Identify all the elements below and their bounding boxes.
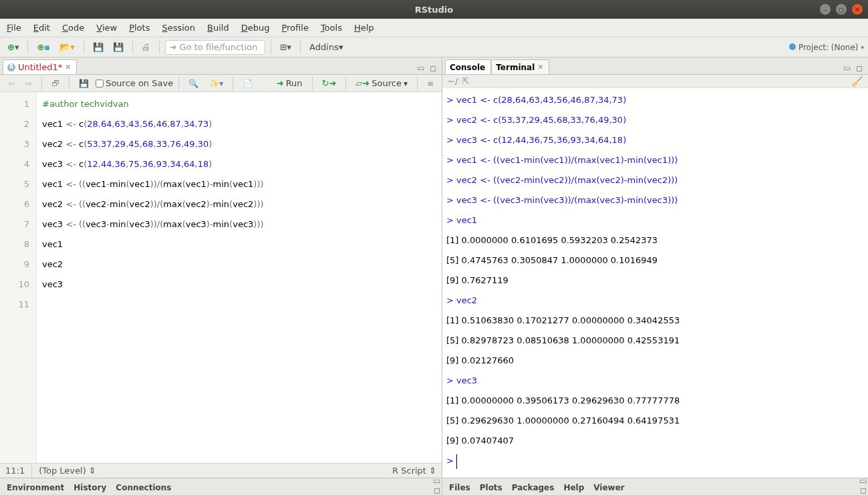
r-file-icon: R bbox=[7, 63, 15, 71]
goto-file-input[interactable]: ➜ Go to file/function bbox=[165, 40, 265, 55]
menubar: FileEditCodeViewPlotsSessionBuildDebugPr… bbox=[0, 19, 868, 37]
print-button[interactable]: 🖨 bbox=[138, 40, 154, 55]
new-file-button[interactable]: ⊕▾ bbox=[4, 40, 22, 55]
minimize-pane-icon[interactable]: ▭ bbox=[432, 476, 442, 486]
close-icon[interactable]: ✕ bbox=[852, 4, 863, 15]
rerun-button[interactable]: ↻➜ bbox=[318, 77, 341, 90]
report-button[interactable]: 📄 bbox=[239, 77, 257, 90]
save-source-button[interactable]: 💾 bbox=[75, 77, 93, 90]
tab-untitled1[interactable]: R Untitled1* ✕ bbox=[3, 59, 77, 74]
maximize-pane-icon[interactable]: ◻ bbox=[428, 63, 438, 73]
tab-viewer[interactable]: Viewer bbox=[589, 480, 629, 495]
tab-files[interactable]: Files bbox=[445, 480, 476, 495]
cursor-position: 11:1 bbox=[5, 466, 25, 476]
minimize-pane-icon[interactable]: ▭ bbox=[843, 63, 852, 73]
scope-label[interactable]: (Top Level) ⇕ bbox=[39, 466, 96, 476]
maximize-icon[interactable]: ◻ bbox=[836, 4, 847, 15]
tab-connections[interactable]: Connections bbox=[112, 480, 176, 495]
console-tabstrip: ConsoleTerminal ✕ ▭ ◻ bbox=[442, 57, 868, 75]
run-button[interactable]: ➜Run bbox=[273, 77, 307, 90]
menu-edit[interactable]: Edit bbox=[33, 23, 50, 33]
find-button[interactable]: 🔍 bbox=[184, 77, 202, 90]
menu-session[interactable]: Session bbox=[162, 23, 195, 33]
main-toolbar: ⊕▾ ⊕▪ 📂▾ 💾 💾 🖨 ➜ Go to file/function ⊞▾ … bbox=[0, 37, 868, 57]
tab-help[interactable]: Help bbox=[559, 480, 589, 495]
save-button[interactable]: 💾 bbox=[90, 40, 107, 55]
menu-code[interactable]: Code bbox=[62, 23, 84, 33]
code-editor[interactable]: 1234567891011 #author techvidvanvec1 <- … bbox=[0, 92, 442, 463]
bottom-left-tabs: EnvironmentHistoryConnections ▭ ◻ bbox=[0, 478, 442, 495]
menu-build[interactable]: Build bbox=[207, 23, 229, 33]
window-title: RStudio bbox=[0, 5, 868, 15]
menu-debug[interactable]: Debug bbox=[241, 23, 270, 33]
close-tab-icon[interactable]: ✕ bbox=[537, 63, 543, 71]
script-type[interactable]: R Script ⇕ bbox=[392, 466, 436, 476]
outline-button[interactable]: ≡ bbox=[423, 77, 438, 90]
menu-plots[interactable]: Plots bbox=[129, 23, 150, 33]
grid-button[interactable]: ⊞▾ bbox=[277, 40, 295, 55]
open-file-button[interactable]: 📂▾ bbox=[56, 40, 78, 55]
source-on-save-checkbox[interactable]: Source on Save bbox=[96, 78, 173, 88]
tab-environment[interactable]: Environment bbox=[3, 480, 69, 495]
menu-view[interactable]: View bbox=[96, 23, 117, 33]
minimize-pane-icon[interactable]: ▭ bbox=[416, 63, 426, 73]
project-label[interactable]: Project: (None) bbox=[799, 43, 859, 52]
maximize-pane-icon[interactable]: ◻ bbox=[855, 63, 864, 73]
minimize-icon[interactable]: ‒ bbox=[820, 4, 831, 15]
wand-button[interactable]: ✨▾ bbox=[205, 77, 227, 90]
menu-help[interactable]: Help bbox=[354, 23, 374, 33]
titlebar: RStudio ‒ ◻ ✕ bbox=[0, 0, 868, 19]
back-button[interactable]: ⇦ bbox=[4, 77, 19, 90]
r-logo-icon bbox=[789, 42, 796, 52]
show-in-new-window-button[interactable]: 🗗 bbox=[47, 77, 63, 90]
save-all-button[interactable]: 💾 bbox=[110, 40, 127, 55]
new-project-button[interactable]: ⊕▪ bbox=[33, 40, 53, 55]
close-tab-icon[interactable]: ✕ bbox=[65, 63, 71, 71]
maximize-pane-icon[interactable]: ◻ bbox=[859, 486, 868, 495]
menu-tools[interactable]: Tools bbox=[321, 23, 342, 33]
forward-button[interactable]: ⇨ bbox=[21, 77, 36, 90]
source-statusbar: 11:1 (Top Level) ⇕ R Script ⇕ bbox=[0, 463, 442, 478]
source-toolbar: ⇦ ⇨ 🗗 💾 Source on Save 🔍 ✨▾ 📄 ➜Run ↻➜ ▱➜… bbox=[0, 75, 442, 92]
tab-history[interactable]: History bbox=[69, 480, 112, 495]
popout-icon[interactable]: ⇱ bbox=[462, 76, 469, 86]
source-button[interactable]: ▱➜Source ▾ bbox=[351, 77, 412, 90]
addins-button[interactable]: Addins ▾ bbox=[306, 40, 346, 55]
menu-file[interactable]: File bbox=[7, 23, 21, 33]
tab-terminal[interactable]: Terminal ✕ bbox=[491, 59, 549, 74]
tab-packages[interactable]: Packages bbox=[508, 480, 560, 495]
goto-arrow-icon: ➜ bbox=[170, 42, 177, 52]
console-output[interactable]: > vec1 <- c(28,64,63,43,56,46,87,34,73)>… bbox=[442, 88, 868, 478]
clear-console-icon[interactable]: 🧹 bbox=[851, 76, 863, 87]
maximize-pane-icon[interactable]: ◻ bbox=[432, 486, 442, 495]
source-tabstrip: R Untitled1* ✕ ▭ ◻ bbox=[0, 57, 442, 75]
tab-console[interactable]: Console bbox=[445, 59, 491, 74]
minimize-pane-icon[interactable]: ▭ bbox=[859, 476, 868, 486]
tab-plots[interactable]: Plots bbox=[476, 480, 508, 495]
menu-profile[interactable]: Profile bbox=[281, 23, 308, 33]
console-path-bar: ~/ ⇱ 🧹 bbox=[442, 75, 868, 88]
bottom-right-tabs: FilesPlotsPackagesHelpViewer ▭ ◻ bbox=[442, 478, 868, 495]
